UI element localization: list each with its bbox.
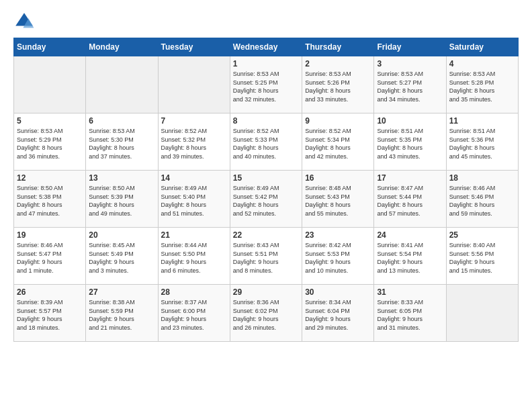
day-number: 24 bbox=[377, 230, 443, 240]
day-info: Sunrise: 8:48 AM Sunset: 5:43 PM Dayligh… bbox=[305, 184, 371, 218]
calendar-cell: 7Sunrise: 8:52 AM Sunset: 5:32 PM Daylig… bbox=[158, 113, 230, 171]
day-number: 2 bbox=[305, 59, 371, 68]
calendar-cell: 9Sunrise: 8:52 AM Sunset: 5:34 PM Daylig… bbox=[302, 113, 374, 171]
day-number: 16 bbox=[305, 173, 371, 183]
day-number: 28 bbox=[161, 287, 227, 297]
calendar-week-row: 5Sunrise: 8:53 AM Sunset: 5:29 PM Daylig… bbox=[14, 113, 519, 171]
logo bbox=[13, 11, 36, 32]
day-info: Sunrise: 8:52 AM Sunset: 5:32 PM Dayligh… bbox=[161, 127, 227, 161]
weekday-header-wednesday: Wednesday bbox=[230, 38, 302, 56]
calendar-cell: 2Sunrise: 8:53 AM Sunset: 5:26 PM Daylig… bbox=[302, 56, 374, 113]
day-number: 26 bbox=[17, 287, 83, 297]
day-info: Sunrise: 8:38 AM Sunset: 5:59 PM Dayligh… bbox=[89, 298, 154, 332]
day-info: Sunrise: 8:53 AM Sunset: 5:28 PM Dayligh… bbox=[449, 70, 515, 103]
calendar-cell: 25Sunrise: 8:40 AM Sunset: 5:56 PM Dayli… bbox=[446, 228, 518, 285]
day-info: Sunrise: 8:42 AM Sunset: 5:53 PM Dayligh… bbox=[305, 241, 371, 275]
day-number: 8 bbox=[233, 116, 299, 126]
day-info: Sunrise: 8:39 AM Sunset: 5:57 PM Dayligh… bbox=[17, 298, 83, 332]
day-info: Sunrise: 8:53 AM Sunset: 5:30 PM Dayligh… bbox=[89, 127, 154, 161]
calendar-cell: 23Sunrise: 8:42 AM Sunset: 5:53 PM Dayli… bbox=[302, 228, 374, 285]
calendar-cell: 6Sunrise: 8:53 AM Sunset: 5:30 PM Daylig… bbox=[86, 113, 158, 171]
calendar-cell: 14Sunrise: 8:49 AM Sunset: 5:40 PM Dayli… bbox=[158, 171, 230, 228]
day-number: 11 bbox=[449, 116, 515, 126]
calendar-cell: 26Sunrise: 8:39 AM Sunset: 5:57 PM Dayli… bbox=[14, 285, 86, 342]
day-number: 25 bbox=[449, 230, 515, 240]
day-info: Sunrise: 8:52 AM Sunset: 5:33 PM Dayligh… bbox=[233, 127, 299, 161]
calendar: SundayMondayTuesdayWednesdayThursdayFrid… bbox=[13, 38, 519, 342]
weekday-header-saturday: Saturday bbox=[446, 38, 518, 56]
day-info: Sunrise: 8:41 AM Sunset: 5:54 PM Dayligh… bbox=[377, 241, 443, 275]
calendar-cell bbox=[158, 56, 230, 113]
day-info: Sunrise: 8:53 AM Sunset: 5:29 PM Dayligh… bbox=[17, 127, 83, 161]
day-info: Sunrise: 8:36 AM Sunset: 6:02 PM Dayligh… bbox=[233, 298, 299, 332]
day-number: 31 bbox=[377, 287, 443, 297]
calendar-cell: 28Sunrise: 8:37 AM Sunset: 6:00 PM Dayli… bbox=[158, 285, 230, 342]
weekday-header-friday: Friday bbox=[374, 38, 446, 56]
day-info: Sunrise: 8:44 AM Sunset: 5:50 PM Dayligh… bbox=[161, 241, 227, 275]
calendar-cell: 27Sunrise: 8:38 AM Sunset: 5:59 PM Dayli… bbox=[86, 285, 158, 342]
day-number: 12 bbox=[17, 173, 83, 183]
day-info: Sunrise: 8:49 AM Sunset: 5:40 PM Dayligh… bbox=[161, 184, 227, 218]
day-number: 7 bbox=[161, 116, 227, 126]
day-info: Sunrise: 8:43 AM Sunset: 5:51 PM Dayligh… bbox=[233, 241, 299, 275]
calendar-week-row: 12Sunrise: 8:50 AM Sunset: 5:38 PM Dayli… bbox=[14, 171, 519, 228]
day-number: 27 bbox=[89, 287, 154, 297]
day-number: 13 bbox=[89, 173, 154, 183]
day-info: Sunrise: 8:49 AM Sunset: 5:42 PM Dayligh… bbox=[233, 184, 299, 218]
day-info: Sunrise: 8:37 AM Sunset: 6:00 PM Dayligh… bbox=[161, 298, 227, 332]
day-info: Sunrise: 8:51 AM Sunset: 5:36 PM Dayligh… bbox=[449, 127, 515, 161]
calendar-week-row: 19Sunrise: 8:46 AM Sunset: 5:47 PM Dayli… bbox=[14, 228, 519, 285]
day-info: Sunrise: 8:52 AM Sunset: 5:34 PM Dayligh… bbox=[305, 127, 371, 161]
weekday-header-tuesday: Tuesday bbox=[158, 38, 230, 56]
day-number: 6 bbox=[89, 116, 154, 126]
calendar-cell: 4Sunrise: 8:53 AM Sunset: 5:28 PM Daylig… bbox=[446, 56, 518, 113]
day-info: Sunrise: 8:33 AM Sunset: 6:05 PM Dayligh… bbox=[377, 298, 443, 332]
weekday-header-row: SundayMondayTuesdayWednesdayThursdayFrid… bbox=[14, 38, 519, 56]
day-number: 18 bbox=[449, 173, 515, 183]
calendar-week-row: 1Sunrise: 8:53 AM Sunset: 5:25 PM Daylig… bbox=[14, 56, 519, 113]
calendar-cell bbox=[86, 56, 158, 113]
day-number: 9 bbox=[305, 116, 371, 126]
day-info: Sunrise: 8:45 AM Sunset: 5:49 PM Dayligh… bbox=[89, 241, 154, 275]
calendar-cell: 22Sunrise: 8:43 AM Sunset: 5:51 PM Dayli… bbox=[230, 228, 302, 285]
day-number: 22 bbox=[233, 230, 299, 240]
calendar-cell: 21Sunrise: 8:44 AM Sunset: 5:50 PM Dayli… bbox=[158, 228, 230, 285]
day-number: 30 bbox=[305, 287, 371, 297]
day-number: 20 bbox=[89, 230, 154, 240]
calendar-cell: 12Sunrise: 8:50 AM Sunset: 5:38 PM Dayli… bbox=[14, 171, 86, 228]
calendar-cell: 13Sunrise: 8:50 AM Sunset: 5:39 PM Dayli… bbox=[86, 171, 158, 228]
day-info: Sunrise: 8:46 AM Sunset: 5:47 PM Dayligh… bbox=[17, 241, 83, 275]
calendar-cell: 10Sunrise: 8:51 AM Sunset: 5:35 PM Dayli… bbox=[374, 113, 446, 171]
day-number: 10 bbox=[377, 116, 443, 126]
day-number: 19 bbox=[17, 230, 83, 240]
header bbox=[13, 11, 519, 32]
day-info: Sunrise: 8:53 AM Sunset: 5:26 PM Dayligh… bbox=[305, 70, 371, 103]
calendar-cell: 16Sunrise: 8:48 AM Sunset: 5:43 PM Dayli… bbox=[302, 171, 374, 228]
calendar-cell: 11Sunrise: 8:51 AM Sunset: 5:36 PM Dayli… bbox=[446, 113, 518, 171]
day-info: Sunrise: 8:40 AM Sunset: 5:56 PM Dayligh… bbox=[449, 241, 515, 275]
day-info: Sunrise: 8:50 AM Sunset: 5:38 PM Dayligh… bbox=[17, 184, 83, 218]
calendar-cell: 3Sunrise: 8:53 AM Sunset: 5:27 PM Daylig… bbox=[374, 56, 446, 113]
day-number: 23 bbox=[305, 230, 371, 240]
day-number: 14 bbox=[161, 173, 227, 183]
calendar-cell: 8Sunrise: 8:52 AM Sunset: 5:33 PM Daylig… bbox=[230, 113, 302, 171]
calendar-cell: 5Sunrise: 8:53 AM Sunset: 5:29 PM Daylig… bbox=[14, 113, 86, 171]
calendar-cell bbox=[14, 56, 86, 113]
day-number: 4 bbox=[449, 59, 515, 68]
calendar-cell: 30Sunrise: 8:34 AM Sunset: 6:04 PM Dayli… bbox=[302, 285, 374, 342]
calendar-cell: 18Sunrise: 8:46 AM Sunset: 5:46 PM Dayli… bbox=[446, 171, 518, 228]
calendar-cell: 24Sunrise: 8:41 AM Sunset: 5:54 PM Dayli… bbox=[374, 228, 446, 285]
calendar-cell: 29Sunrise: 8:36 AM Sunset: 6:02 PM Dayli… bbox=[230, 285, 302, 342]
calendar-cell: 17Sunrise: 8:47 AM Sunset: 5:44 PM Dayli… bbox=[374, 171, 446, 228]
day-info: Sunrise: 8:34 AM Sunset: 6:04 PM Dayligh… bbox=[305, 298, 371, 332]
day-info: Sunrise: 8:50 AM Sunset: 5:39 PM Dayligh… bbox=[89, 184, 154, 218]
day-number: 1 bbox=[233, 59, 299, 68]
calendar-cell: 19Sunrise: 8:46 AM Sunset: 5:47 PM Dayli… bbox=[14, 228, 86, 285]
weekday-header-monday: Monday bbox=[86, 38, 158, 56]
day-info: Sunrise: 8:46 AM Sunset: 5:46 PM Dayligh… bbox=[449, 184, 515, 218]
weekday-header-thursday: Thursday bbox=[302, 38, 374, 56]
page: SundayMondayTuesdayWednesdayThursdayFrid… bbox=[0, 0, 532, 353]
day-number: 15 bbox=[233, 173, 299, 183]
calendar-cell bbox=[446, 285, 518, 342]
day-info: Sunrise: 8:47 AM Sunset: 5:44 PM Dayligh… bbox=[377, 184, 443, 218]
